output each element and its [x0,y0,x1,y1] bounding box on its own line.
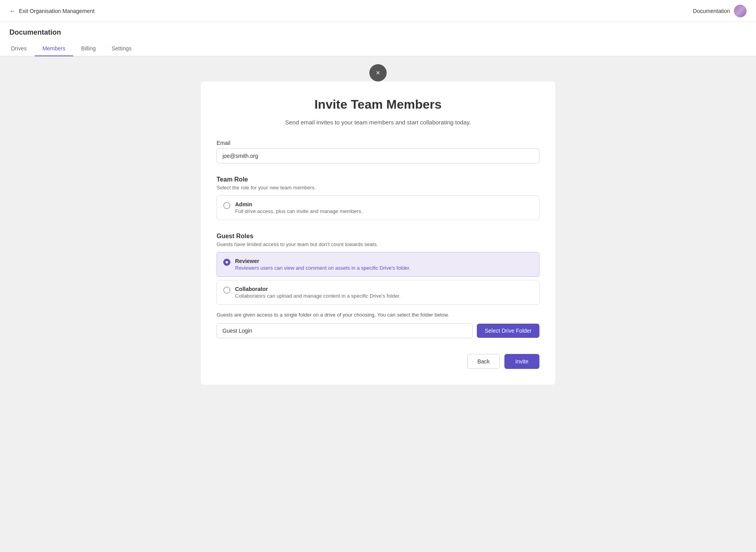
exit-link[interactable]: ← Exit Organisation Management [9,7,94,15]
admin-radio [223,202,230,209]
tab-settings[interactable]: Settings [104,41,139,56]
admin-desc: Full drive access, plus can invite and m… [235,208,363,214]
tab-billing[interactable]: Billing [73,41,104,56]
team-role-title: Team Role [217,176,539,183]
tab-drives[interactable]: Drives [9,41,35,56]
collaborator-radio [223,287,230,294]
collaborator-content: Collaborator Collaborators can upload an… [235,286,400,299]
close-button-container: × [0,64,756,82]
main-content: Invite Team Members Send email invites t… [0,82,756,400]
guest-roles-desc: Guests have limited access to your team … [217,241,539,247]
admin-content: Admin Full drive access, plus can invite… [235,201,363,214]
back-arrow-icon: ← [9,7,16,15]
card-subtitle: Send email invites to your team members … [217,118,539,127]
top-bar: ← Exit Organisation Management Documenta… [0,0,756,22]
invite-button[interactable]: Invite [504,354,539,369]
bottom-actions: Back Invite [217,354,539,369]
card-title: Invite Team Members [217,97,539,112]
reviewer-radio [223,259,230,266]
folder-row: Select Drive Folder [217,323,539,338]
back-button[interactable]: Back [467,354,499,369]
reviewer-content: Reviewer Reviewers users can view and co… [235,258,410,271]
select-drive-folder-button[interactable]: Select Drive Folder [477,324,539,338]
email-field[interactable] [217,148,539,163]
folder-input[interactable] [217,323,473,338]
avatar[interactable] [734,5,747,17]
org-title: Documentation [9,28,747,37]
admin-option[interactable]: Admin Full drive access, plus can invite… [217,195,539,220]
collaborator-title: Collaborator [235,286,400,292]
exit-label: Exit Organisation Management [19,8,94,14]
reviewer-option[interactable]: Reviewer Reviewers users can view and co… [217,252,539,277]
topbar-org-name: Documentation [693,8,730,14]
top-bar-right: Documentation [693,5,747,17]
guest-roles-title: Guest Roles [217,233,539,240]
email-label: Email [217,140,539,146]
reviewer-title: Reviewer [235,258,410,264]
collaborator-option[interactable]: Collaborator Collaborators can upload an… [217,280,539,305]
collaborator-desc: Collaborators can upload and manage cont… [235,293,400,299]
invite-card: Invite Team Members Send email invites t… [201,82,555,385]
tab-members[interactable]: Members [35,41,73,56]
admin-title: Admin [235,201,363,207]
reviewer-desc: Reviewers users can view and comment on … [235,265,410,271]
guest-info: Guests are given access to a single fold… [217,311,539,319]
tabs-container: Drives Members Billing Settings [9,41,747,56]
avatar-image [734,5,747,17]
page-header: Documentation Drives Members Billing Set… [0,22,756,56]
close-button[interactable]: × [369,64,387,82]
team-role-desc: Select the role for your new team member… [217,185,539,191]
